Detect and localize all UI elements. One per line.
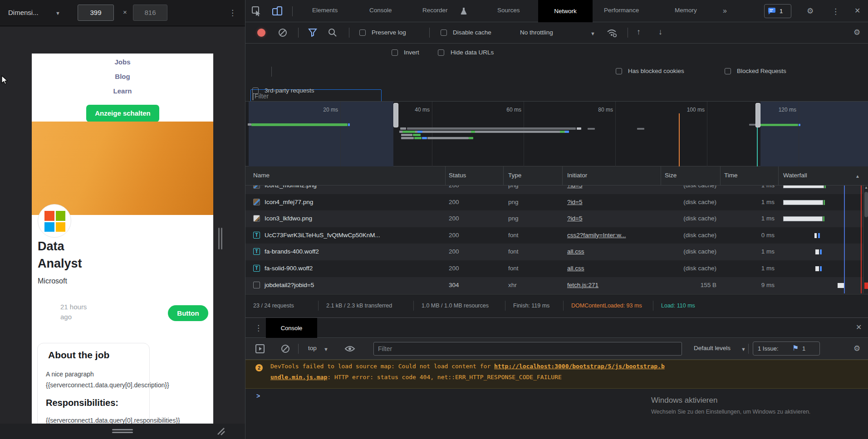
log-levels-select[interactable]: Default levels xyxy=(694,345,731,351)
third-party-label[interactable]: 3rd-party requests xyxy=(265,87,314,94)
preserve-log-label[interactable]: Preserve log xyxy=(372,29,406,36)
page-nav-blog[interactable]: Blog xyxy=(32,73,213,80)
device-height-resize-handle2[interactable] xyxy=(112,432,133,433)
source-map-link[interactable]: http://localhost:3000/bootstrap/5/js/boo… xyxy=(494,363,665,370)
tab-recorder[interactable]: Recorder xyxy=(422,7,448,14)
request-initiator[interactable]: all.css xyxy=(567,265,584,272)
table-row[interactable]: Icon3_lkfdwo.png 200 png ?id=5 (disk cac… xyxy=(245,210,863,227)
page-cta-button[interactable]: Anzeige schalten xyxy=(86,105,159,122)
tab-elements[interactable]: Elements xyxy=(312,7,338,14)
clear-console-icon[interactable] xyxy=(281,344,290,353)
hide-data-urls-label[interactable]: Hide data URLs xyxy=(451,49,494,56)
console-warning-entry[interactable]: 2 DevTools failed to load source map: Co… xyxy=(245,360,868,389)
blocked-requests-label[interactable]: Blocked Requests xyxy=(737,68,786,74)
col-type[interactable]: Type xyxy=(508,172,521,179)
dimensions-dropdown[interactable]: Dimensi... xyxy=(8,9,39,16)
settings-gear-icon[interactable]: ⚙ xyxy=(807,6,814,15)
overview-left-handle[interactable] xyxy=(393,103,398,127)
inspect-element-icon[interactable] xyxy=(252,6,262,16)
invert-label[interactable]: Invert xyxy=(404,49,419,56)
throttling-select[interactable]: No throttling xyxy=(520,29,553,36)
hide-data-urls-checkbox[interactable] xyxy=(438,49,444,56)
close-devtools-icon[interactable]: ✕ xyxy=(854,6,860,15)
network-overview[interactable]: 20 ms 40 ms 60 ms 80 ms 100 ms 120 ms 14… xyxy=(245,102,868,166)
import-har-icon[interactable]: ↑ xyxy=(637,27,641,37)
has-blocked-cookies-checkbox[interactable] xyxy=(616,68,622,74)
network-toolbar: Preserve log Disable cache No throttling… xyxy=(245,22,868,44)
table-row[interactable]: jobdetail2?jobid=5 304 xhr fetch.js:271 … xyxy=(245,277,863,293)
page-nav-learn[interactable]: Learn xyxy=(32,87,213,95)
preserve-log-checkbox[interactable] xyxy=(359,29,366,36)
tab-performance[interactable]: Performance xyxy=(604,7,639,14)
issues-chip[interactable]: 1 Issue: ⚑ 1 xyxy=(753,341,820,356)
device-width-input[interactable]: 399 xyxy=(78,5,114,21)
console-sidebar-toggle-icon[interactable] xyxy=(255,344,265,353)
col-name[interactable]: Name xyxy=(253,172,270,179)
col-size[interactable]: Size xyxy=(665,172,677,179)
issues-counter[interactable]: 1 xyxy=(764,4,791,18)
disable-cache-checkbox[interactable] xyxy=(441,29,447,36)
chevron-down-icon[interactable]: ▼ xyxy=(741,346,746,352)
table-row[interactable]: Icon2_momin2.png 200 png ?id=5 (disk cac… xyxy=(245,185,863,194)
col-time[interactable]: Time xyxy=(724,172,738,179)
tab-memory[interactable]: Memory xyxy=(675,7,697,14)
clear-network-log-icon[interactable] xyxy=(278,28,287,37)
table-row[interactable]: T fa-solid-900.woff2 200 font all.css (d… xyxy=(245,260,863,277)
network-settings-gear-icon[interactable]: ⚙ xyxy=(853,28,860,37)
page-nav-jobs[interactable]: Jobs xyxy=(32,58,213,66)
scroll-up-icon[interactable]: ▲ xyxy=(864,185,868,190)
col-initiator[interactable]: Initiator xyxy=(567,172,587,179)
source-map-link-wrap[interactable]: undle.min.js.map xyxy=(270,374,327,380)
network-conditions-icon[interactable] xyxy=(607,28,618,37)
devtools-menu-icon[interactable]: ⋮ xyxy=(832,7,839,16)
table-row[interactable]: T fa-brands-400.woff2 200 font all.css (… xyxy=(245,244,863,260)
console-settings-gear-icon[interactable]: ⚙ xyxy=(853,344,860,353)
console-filter-input[interactable]: Filter xyxy=(373,342,682,356)
table-row[interactable]: T UcC73FwrK3iLTeHuS_fvQtMwCp50KnM... 200… xyxy=(245,227,863,244)
chevron-down-icon[interactable]: ▼ xyxy=(324,346,329,352)
record-network-log-icon[interactable] xyxy=(257,29,265,37)
corner-resize-icon[interactable] xyxy=(216,426,225,435)
more-tabs-icon[interactable]: » xyxy=(723,7,727,15)
request-initiator[interactable]: all.css xyxy=(567,248,584,255)
sort-asc-icon[interactable]: ▲ xyxy=(855,174,860,179)
scrollbar-thumb[interactable] xyxy=(864,192,868,217)
device-more-options-icon[interactable]: ⋮ xyxy=(229,8,236,17)
table-row[interactable]: Icon4_mfej77.png 200 png ?id=5 (disk cac… xyxy=(245,194,863,211)
drawer-menu-icon[interactable]: ⋮ xyxy=(255,323,262,332)
col-status[interactable]: Status xyxy=(449,172,466,179)
context-selector[interactable]: top xyxy=(308,345,317,351)
request-initiator[interactable]: fetch.js:271 xyxy=(567,282,598,288)
chevron-down-icon[interactable]: ▼ xyxy=(55,10,60,16)
apply-button[interactable]: Button xyxy=(168,305,208,321)
table-scrollbar[interactable]: ▲ xyxy=(863,185,868,293)
has-blocked-cookies-label[interactable]: Has blocked cookies xyxy=(628,68,684,74)
filter-funnel-icon[interactable] xyxy=(308,28,317,37)
divider xyxy=(292,6,293,16)
request-initiator[interactable]: css2?family=Inter:w... xyxy=(567,232,626,239)
third-party-checkbox[interactable] xyxy=(252,88,259,94)
search-icon[interactable] xyxy=(328,28,337,37)
overview-right-handle[interactable] xyxy=(755,103,760,127)
request-initiator[interactable]: ?id=5 xyxy=(567,199,582,205)
summary-load: Load: 110 ms xyxy=(661,302,695,309)
close-drawer-icon[interactable]: ✕ xyxy=(856,323,862,332)
request-initiator[interactable]: ?id=5 xyxy=(567,215,582,222)
request-initiator[interactable]: ?id=5 xyxy=(567,185,582,189)
console-drawer-tab[interactable]: Console xyxy=(266,318,317,338)
device-toolbar-toggle-icon[interactable] xyxy=(272,6,284,17)
console-prompt-chevron[interactable]: > xyxy=(256,392,260,400)
tab-sources[interactable]: Sources xyxy=(497,7,520,14)
request-status: 200 xyxy=(449,215,459,222)
disable-cache-label[interactable]: Disable cache xyxy=(453,29,491,36)
export-har-icon[interactable]: ↓ xyxy=(658,27,662,37)
live-expression-eye-icon[interactable] xyxy=(344,345,355,352)
tab-network[interactable]: Network xyxy=(538,0,593,22)
tab-console[interactable]: Console xyxy=(369,7,392,14)
blocked-requests-checkbox[interactable] xyxy=(725,68,731,74)
invert-checkbox[interactable] xyxy=(392,49,398,56)
device-height-resize-handle[interactable] xyxy=(112,429,133,430)
chevron-down-icon[interactable]: ▼ xyxy=(590,31,595,36)
col-waterfall[interactable]: Waterfall xyxy=(783,172,807,179)
device-height-input[interactable]: 816 xyxy=(133,5,167,21)
